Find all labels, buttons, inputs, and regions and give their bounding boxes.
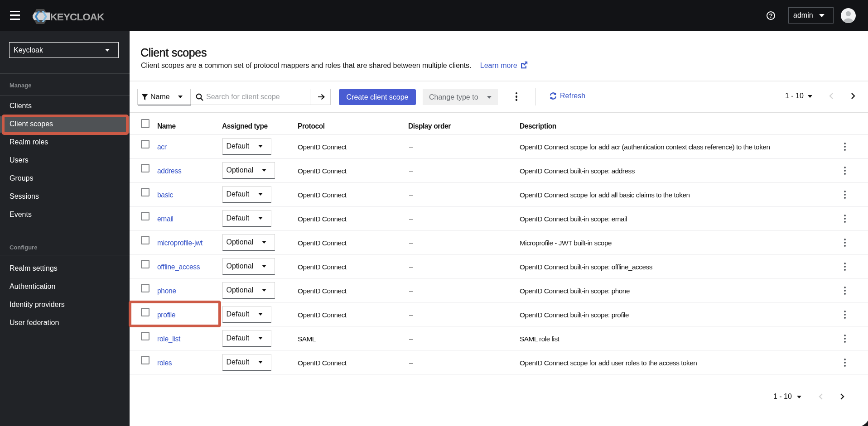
- svg-text:KEYCLOAK: KEYCLOAK: [50, 11, 105, 23]
